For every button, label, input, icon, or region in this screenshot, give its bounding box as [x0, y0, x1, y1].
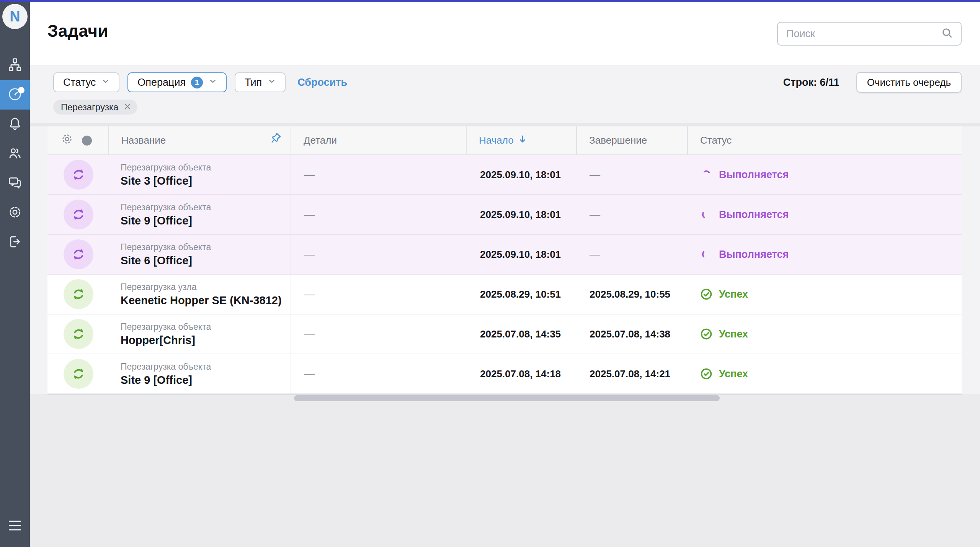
chevron-down-icon [208, 77, 217, 88]
network-icon [7, 57, 23, 74]
pin-column-icon[interactable] [268, 133, 281, 148]
operation-reboot-icon [64, 200, 93, 229]
finish-date-cell: 2025.07.08, 14:21 [577, 354, 688, 393]
name-cell: Перезагрузка объекта Hopper[Chris] [109, 314, 291, 354]
finish-date-cell: — [577, 155, 688, 194]
status-cell: Успех [688, 275, 962, 314]
running-spinner-icon [699, 168, 713, 182]
sidebar-item-settings[interactable] [0, 198, 30, 228]
filter-operation-label: Операция [137, 77, 186, 88]
hamburger-icon [8, 520, 22, 533]
column-header-status[interactable]: Статус [688, 126, 962, 154]
name-cell: Перезагрузка объекта Site 6 [Office] [109, 235, 291, 274]
page-title: Задачи [47, 21, 108, 41]
column-header-finish[interactable]: Завершение [577, 126, 688, 154]
table-row[interactable]: Перезагрузка узла Keenetic Hopper SE (KN… [47, 275, 962, 314]
operation-reboot-icon [64, 279, 93, 309]
start-date-cell: 2025.09.10, 18:01 [467, 155, 577, 194]
finish-date-cell: — [577, 235, 688, 274]
status-cell: Успех [688, 354, 962, 393]
start-date-cell: 2025.09.10, 18:01 [467, 235, 577, 274]
details-cell: — [291, 155, 467, 194]
table-row[interactable]: Перезагрузка объекта Site 6 [Office] — 2… [47, 235, 962, 275]
brand-logo[interactable]: N [2, 4, 28, 29]
clear-queue-button[interactable]: Очистить очередь [856, 72, 962, 93]
page-header: Задачи [30, 2, 980, 65]
operation-type-label: Перезагрузка узла [121, 282, 196, 292]
remove-chip-icon[interactable] [123, 102, 132, 113]
search-box [777, 22, 962, 46]
details-cell: — [291, 354, 467, 393]
horizontal-scrollbar[interactable] [294, 395, 720, 401]
status-label: Успех [719, 368, 748, 380]
chevron-down-icon [101, 77, 110, 88]
column-header-details[interactable]: Детали [291, 126, 467, 154]
table-body: Перезагрузка объекта Site 3 [Office] — 2… [47, 155, 962, 394]
sort-desc-icon [518, 134, 528, 147]
filter-type-dropdown[interactable]: Тип [235, 72, 286, 92]
filter-type-label: Тип [245, 77, 262, 88]
filter-count-badge: 1 [191, 77, 203, 88]
success-check-icon [699, 367, 713, 381]
target-name-label: Site 6 [Office] [121, 254, 192, 267]
target-name-label: Keenetic Hopper SE (KN-3812) [121, 294, 282, 307]
status-cell: Успех [688, 314, 962, 354]
target-name-label: Site 9 [Office] [121, 215, 192, 227]
table-row[interactable]: Перезагрузка объекта Site 9 [Office] — 2… [47, 195, 962, 235]
table-header: Название Детали Начало Завершение Статус [47, 126, 962, 155]
column-header-name[interactable]: Название [109, 126, 291, 154]
name-cell: Перезагрузка узла Keenetic Hopper SE (KN… [109, 275, 291, 314]
filter-chip-reboot[interactable]: Перезагрузка [53, 100, 137, 115]
status-cell: Выполняется [688, 235, 962, 274]
column-header-start[interactable]: Начало [467, 126, 577, 154]
table-row[interactable]: Перезагрузка объекта Site 3 [Office] — 2… [47, 155, 962, 195]
start-date-cell: 2025.07.08, 14:35 [467, 314, 577, 354]
table-gear-icon[interactable] [60, 133, 74, 148]
search-icon[interactable] [941, 27, 953, 41]
sidebar-item-users[interactable] [0, 139, 30, 169]
logout-icon [7, 234, 23, 251]
table-row[interactable]: Перезагрузка объекта Site 9 [Office] — 2… [47, 354, 962, 394]
section-divider [30, 123, 980, 126]
rows-counter: Строк: 6/11 [783, 77, 840, 88]
column-settings-header[interactable] [47, 126, 109, 154]
finish-date-cell: — [577, 195, 688, 234]
sidebar-item-notifications[interactable] [0, 110, 30, 139]
app-root: N [0, 0, 980, 547]
start-date-cell: 2025.09.10, 18:01 [467, 195, 577, 234]
collapse-menu-button[interactable] [0, 515, 30, 538]
sidebar-item-logout[interactable] [0, 228, 30, 257]
filter-operation-dropdown[interactable]: Операция 1 [127, 72, 227, 92]
operation-type-label: Перезагрузка объекта [121, 322, 211, 332]
operation-reboot-icon [64, 319, 93, 349]
running-spinner-icon [699, 247, 713, 261]
sidebar-item-sites[interactable] [0, 51, 30, 80]
success-check-icon [699, 287, 713, 301]
status-label: Выполняется [719, 209, 789, 221]
search-input[interactable] [786, 28, 941, 40]
status-label: Успех [719, 328, 748, 340]
status-label: Успех [719, 288, 748, 300]
sidebar-item-support-chat[interactable] [0, 169, 30, 198]
sidebar-item-dashboard[interactable] [0, 80, 30, 110]
name-cell: Перезагрузка объекта Site 9 [Office] [109, 354, 291, 393]
table-row[interactable]: Перезагрузка объекта Hopper[Chris] — 202… [47, 314, 962, 354]
target-name-label: Site 9 [Office] [121, 374, 192, 387]
details-cell: — [291, 195, 467, 234]
status-cell: Выполняется [688, 195, 962, 234]
filter-status-label: Статус [63, 77, 96, 88]
operation-reboot-icon [64, 160, 93, 190]
sidebar: N [0, 0, 30, 547]
details-cell: — [291, 235, 467, 274]
running-spinner-icon [699, 208, 713, 221]
reset-filters-link[interactable]: Сбросить [297, 77, 347, 88]
start-date-cell: 2025.07.08, 14:18 [467, 354, 577, 393]
bell-icon [7, 116, 23, 133]
filter-status-dropdown[interactable]: Статус [53, 72, 119, 92]
name-cell: Перезагрузка объекта Site 9 [Office] [109, 195, 291, 234]
chevron-down-icon [267, 77, 276, 88]
details-cell: — [291, 275, 467, 314]
success-check-icon [699, 327, 713, 341]
filter-bar: Статус Операция 1 Тип Сбросить [53, 72, 347, 92]
status-cell: Выполняется [688, 155, 962, 194]
